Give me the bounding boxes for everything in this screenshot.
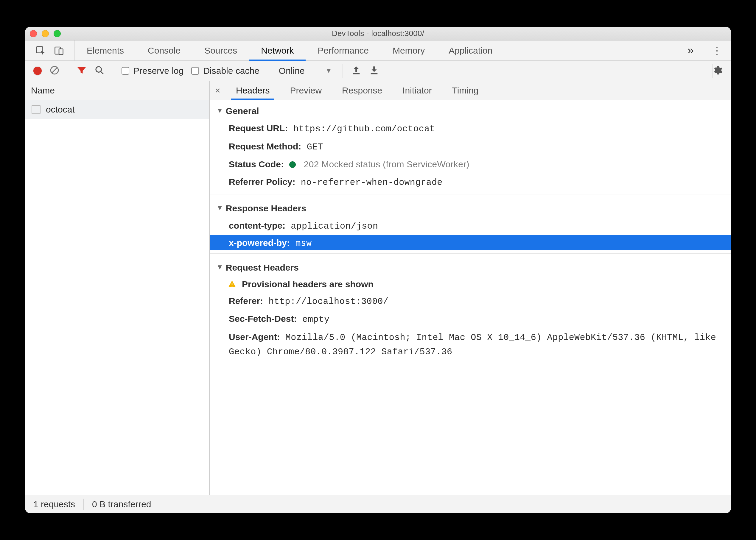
value-status-code: 202 Mocked status (from ServiceWorker) bbox=[304, 159, 470, 169]
network-toolbar: Preserve log Disable cache Online ▼ bbox=[25, 61, 731, 81]
value-request-url: https://github.com/octocat bbox=[293, 124, 435, 134]
svg-point-5 bbox=[96, 67, 101, 72]
main-tabstrip: Elements Console Sources Network Perform… bbox=[25, 41, 731, 61]
detail-tab-response[interactable]: Response bbox=[332, 81, 392, 100]
section-request-headers[interactable]: ▼ Request Headers bbox=[210, 257, 731, 276]
upload-har-icon[interactable] bbox=[351, 65, 361, 76]
row-status-code: Status Code: 202 Mocked status (from Ser… bbox=[210, 156, 731, 173]
chevron-down-icon: ▼ bbox=[216, 263, 223, 271]
filter-icon[interactable] bbox=[77, 65, 87, 76]
tab-memory[interactable]: Memory bbox=[381, 41, 437, 61]
svg-rect-2 bbox=[59, 49, 63, 55]
svg-line-4 bbox=[52, 68, 57, 72]
disable-cache-checkbox[interactable]: Disable cache bbox=[191, 66, 259, 76]
detail-tab-headers[interactable]: Headers bbox=[226, 81, 280, 100]
file-icon bbox=[32, 105, 41, 114]
detail-tab-preview[interactable]: Preview bbox=[280, 81, 332, 100]
request-name: octocat bbox=[46, 104, 75, 115]
row-request-url: Request URL: https://github.com/octocat bbox=[210, 120, 731, 138]
status-bar: 1 requests 0 B transferred bbox=[25, 495, 731, 513]
search-icon[interactable] bbox=[94, 65, 104, 76]
tab-elements[interactable]: Elements bbox=[75, 41, 136, 61]
close-detail-icon[interactable]: × bbox=[210, 81, 226, 100]
throttling-select[interactable]: Online ▼ bbox=[277, 66, 334, 76]
section-response-title: Response Headers bbox=[226, 203, 306, 213]
label-x-powered-by: x-powered-by: bbox=[229, 238, 290, 248]
svg-rect-10 bbox=[232, 286, 233, 287]
label-referrer-policy: Referrer Policy: bbox=[229, 177, 295, 187]
column-name-header[interactable]: Name bbox=[25, 81, 209, 100]
row-referer: Referer: http://localhost:3000/ bbox=[210, 292, 731, 311]
label-status-code: Status Code: bbox=[229, 159, 284, 169]
row-user-agent: User-Agent: Mozilla/5.0 (Macintosh; Inte… bbox=[210, 328, 731, 361]
network-settings-icon[interactable] bbox=[712, 65, 731, 76]
settings-menu-icon[interactable]: ⋮ bbox=[712, 45, 723, 57]
tab-console[interactable]: Console bbox=[136, 41, 192, 61]
more-tabs-icon[interactable]: » bbox=[687, 44, 694, 57]
label-referer: Referer: bbox=[229, 296, 263, 306]
svg-rect-9 bbox=[232, 283, 233, 285]
value-referer: http://localhost:3000/ bbox=[269, 297, 388, 307]
clear-icon[interactable] bbox=[50, 65, 60, 76]
detail-tabstrip: × Headers Preview Response Initiator Tim… bbox=[210, 81, 731, 100]
detail-tab-timing[interactable]: Timing bbox=[442, 81, 489, 100]
inspect-element-icon[interactable] bbox=[35, 45, 46, 56]
row-x-powered-by[interactable]: x-powered-by: msw bbox=[210, 235, 731, 250]
provisional-warning-text: Provisional headers are shown bbox=[242, 279, 374, 289]
tab-sources[interactable]: Sources bbox=[192, 41, 249, 61]
request-detail: × Headers Preview Response Initiator Tim… bbox=[210, 81, 731, 495]
chevron-down-icon: ▼ bbox=[216, 106, 223, 115]
section-general[interactable]: ▼ General bbox=[210, 100, 731, 120]
label-sec-fetch-dest: Sec-Fetch-Dest: bbox=[229, 314, 297, 324]
request-row[interactable]: octocat bbox=[25, 100, 209, 119]
throttling-value: Online bbox=[279, 66, 305, 76]
svg-rect-7 bbox=[353, 73, 360, 74]
row-content-type: content-type: application/json bbox=[210, 217, 731, 235]
value-content-type: application/json bbox=[291, 221, 378, 231]
label-content-type: content-type: bbox=[229, 220, 285, 230]
tab-performance[interactable]: Performance bbox=[305, 41, 381, 61]
chevron-down-icon: ▼ bbox=[325, 67, 332, 75]
status-transferred: 0 B transferred bbox=[84, 499, 159, 510]
row-request-method: Request Method: GET bbox=[210, 138, 731, 156]
chevron-down-icon: ▼ bbox=[216, 203, 223, 212]
section-response-headers[interactable]: ▼ Response Headers bbox=[210, 198, 731, 217]
value-x-powered-by: msw bbox=[295, 237, 311, 248]
value-user-agent: Mozilla/5.0 (Macintosh; Intel Mac OS X 1… bbox=[229, 333, 716, 357]
value-request-method: GET bbox=[307, 142, 323, 152]
request-list: Name octocat bbox=[25, 81, 210, 495]
preserve-log-label: Preserve log bbox=[133, 66, 183, 76]
disable-cache-label: Disable cache bbox=[203, 66, 259, 76]
record-button[interactable] bbox=[33, 67, 42, 75]
warning-icon bbox=[228, 280, 237, 289]
label-user-agent: User-Agent: bbox=[229, 332, 280, 342]
devtools-window: DevTools - localhost:3000/ bbox=[25, 27, 731, 513]
status-dot-icon bbox=[289, 161, 296, 168]
value-sec-fetch-dest: empty bbox=[302, 314, 330, 325]
label-request-method: Request Method: bbox=[229, 141, 301, 151]
row-provisional-warning: Provisional headers are shown bbox=[210, 276, 731, 292]
value-referrer-policy: no-referrer-when-downgrade bbox=[301, 178, 443, 188]
preserve-log-checkbox[interactable]: Preserve log bbox=[121, 66, 183, 76]
section-request-title: Request Headers bbox=[226, 263, 299, 273]
row-sec-fetch-dest: Sec-Fetch-Dest: empty bbox=[210, 310, 731, 328]
row-referrer-policy: Referrer Policy: no-referrer-when-downgr… bbox=[210, 173, 731, 192]
download-har-icon[interactable] bbox=[369, 65, 379, 76]
status-requests: 1 requests bbox=[25, 499, 84, 510]
section-general-title: General bbox=[226, 106, 259, 116]
tab-application[interactable]: Application bbox=[437, 41, 504, 61]
detail-tab-initiator[interactable]: Initiator bbox=[392, 81, 442, 100]
svg-rect-8 bbox=[371, 73, 378, 74]
svg-line-6 bbox=[101, 71, 103, 74]
window-title: DevTools - localhost:3000/ bbox=[30, 29, 726, 38]
label-request-url: Request URL: bbox=[229, 123, 288, 133]
device-toolbar-icon[interactable] bbox=[54, 45, 64, 56]
tab-network[interactable]: Network bbox=[249, 41, 305, 61]
titlebar: DevTools - localhost:3000/ bbox=[25, 27, 731, 41]
